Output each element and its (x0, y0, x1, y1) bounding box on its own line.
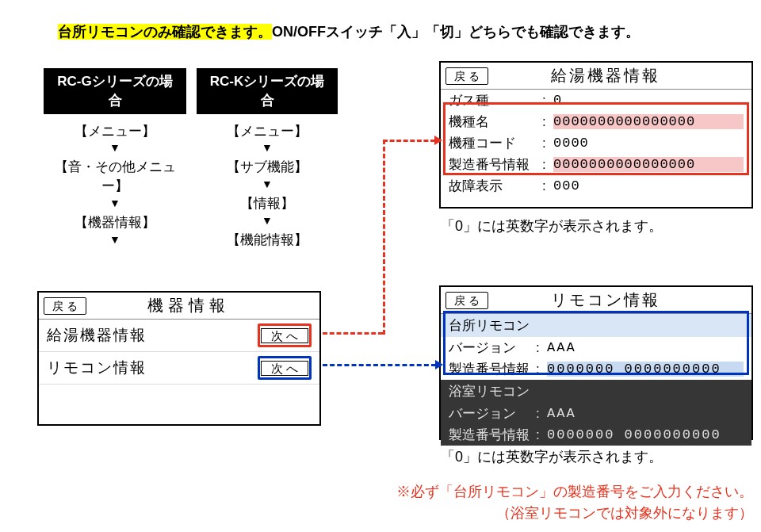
rck-step4: 【機能情報】 (197, 231, 338, 250)
rcg-step1: 【メニュー】 (44, 122, 186, 141)
panel-device-info: 戻 る 機器情報 給湯機器情報 次 へ リモコン情報 次 へ (37, 291, 321, 426)
fault-row: 故障表示:000 (441, 175, 751, 197)
panel1-header: 戻 る 機器情報 (39, 293, 319, 320)
connector-red-h2 (383, 140, 435, 142)
panel2-note: 「0」には英数字が表示されます。 (441, 216, 663, 235)
serial-label: 製造番号情報 (449, 426, 536, 444)
down-arrow-icon: ▼ (44, 142, 186, 153)
panel2-header: 戻 る 給湯機器情報 (441, 63, 751, 90)
bath-serial: 0000000 0000000000 (547, 427, 744, 442)
ver-label: バージョン (449, 404, 536, 423)
footer-warning: ※必ず「台所リモコン」の製造番号をご入力ください。 （浴室リモコンでは対象外にな… (349, 481, 753, 524)
down-arrow-icon: ▼ (44, 197, 186, 209)
bath-ver: AAA (547, 406, 744, 421)
next-button[interactable]: 次 へ (261, 328, 308, 343)
back-button[interactable]: 戻 る (446, 292, 488, 309)
rcg-chip: RC-Gシリーズの場合 (44, 68, 186, 114)
connector-blue-h (323, 364, 436, 366)
fault-label: 故障表示 (449, 177, 542, 195)
blue-highlight-box (443, 311, 749, 375)
next-button[interactable]: 次 へ (261, 361, 308, 376)
row-remote-info[interactable]: リモコン情報 次 へ (39, 352, 319, 385)
footer-line2: （浴室リモコンでは対象外になります） (496, 505, 753, 521)
rcg-step3: 【機器情報】 (44, 213, 186, 232)
down-arrow-icon: ▼ (44, 234, 186, 245)
arrow-right-icon (435, 360, 443, 369)
instruction-top: 台所リモコンのみ確認できます。ON/OFFスイッチ「入」「切」どちらでも確認でき… (58, 22, 640, 41)
rck-step3: 【情報】 (197, 194, 338, 213)
bath-serial-row: 製造番号情報:0000000 0000000000 (441, 424, 751, 446)
red-highlight-box (443, 102, 749, 175)
panel3-note: 「0」には英数字が表示されます。 (441, 447, 663, 466)
arrow-right-icon (434, 136, 442, 145)
footer-line1: ※必ず「台所リモコン」の製造番号をご入力ください。 (396, 484, 753, 499)
rck-chip: RC-Kシリーズの場合 (197, 68, 338, 114)
panel1-title: 機器情報 (86, 295, 315, 316)
panel2-title: 給湯機器情報 (488, 65, 747, 86)
row1-label: 給湯機器情報 (47, 325, 258, 346)
down-arrow-icon: ▼ (197, 215, 338, 226)
instruction-highlight: 台所リモコンのみ確認できます。 (58, 24, 272, 40)
row-water-heater-info[interactable]: 給湯機器情報 次 へ (39, 320, 319, 352)
bath-version-row: バージョン:AAA (441, 403, 751, 424)
instruction-rest: ON/OFFスイッチ「入」「切」どちらでも確認できます。 (272, 24, 640, 40)
rck-step1: 【メニュー】 (197, 122, 338, 141)
bath-header: 浴室リモコン (441, 380, 751, 403)
next-outline-red: 次 へ (258, 323, 312, 347)
connector-red-h1 (323, 332, 383, 335)
next-outline-blue: 次 へ (258, 356, 312, 380)
down-arrow-icon: ▼ (197, 178, 338, 189)
rcg-step2: 【音・その他メニュー】 (44, 158, 186, 196)
flow-rcg: RC-Gシリーズの場合 【メニュー】 ▼ 【音・その他メニュー】 ▼ 【機器情報… (44, 68, 186, 250)
rck-step2: 【サブ機能】 (197, 158, 338, 177)
panel3-header: 戻 る リモコン情報 (441, 287, 751, 314)
connector-red-v (383, 140, 385, 335)
fault-value: 000 (553, 178, 744, 193)
panel3-title: リモコン情報 (488, 289, 747, 311)
down-arrow-icon: ▼ (197, 142, 338, 153)
back-button[interactable]: 戻 る (446, 67, 488, 85)
flow-rck: RC-Kシリーズの場合 【メニュー】 ▼ 【サブ機能】 ▼ 【情報】 ▼ 【機能… (197, 68, 338, 250)
row2-label: リモコン情報 (47, 358, 258, 378)
back-button[interactable]: 戻 る (44, 297, 86, 315)
